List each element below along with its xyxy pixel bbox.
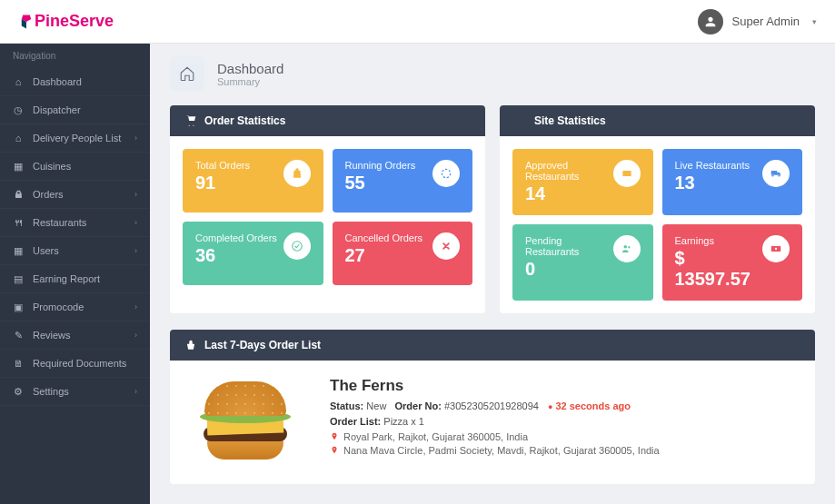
page-title: Dashboard (217, 61, 283, 76)
sidebar-item-earning-report[interactable]: ▤Earning Report (0, 265, 150, 293)
sidebar-item-delivery-people[interactable]: ⌂Delivery People List› (0, 124, 150, 153)
dispatcher-icon: ◷ (13, 104, 24, 115)
order-statistics-panel: Order Statistics Total Orders91 Running … (170, 105, 485, 313)
chevron-right-icon: › (134, 218, 137, 227)
check-icon (283, 232, 311, 260)
nav-label: Cuisines (33, 161, 71, 172)
panel-header: Last 7-Days Order List (170, 330, 815, 361)
sidebar-item-reviews[interactable]: ✎Reviews› (0, 321, 150, 350)
sidebar-item-dashboard[interactable]: ⌂Dashboard (0, 68, 150, 96)
delivery-icon: ⌂ (13, 133, 24, 143)
cart-icon (184, 114, 197, 127)
site-statistics-panel: Site Statistics Approved Restaurants14 L… (500, 105, 815, 313)
panel-title: Last 7-Days Order List (204, 339, 321, 351)
page-subtitle: Summary (217, 76, 283, 87)
nav-label: Required Documents (33, 358, 126, 369)
sidebar-item-documents[interactable]: 🗎︎Required Documents (0, 350, 150, 378)
nav-label: Earning Report (33, 273, 100, 284)
stat-label: Approved Restaurants (525, 160, 613, 182)
stat-pending-restaurants[interactable]: Pending Restaurants0 (512, 224, 653, 301)
sidebar-item-dispatcher[interactable]: ◷Dispatcher (0, 96, 150, 124)
cuisines-icon: ▦ (13, 161, 24, 172)
stat-earnings[interactable]: Earnings$ 13597.57 (662, 224, 803, 301)
documents-icon: 🗎︎ (13, 358, 24, 369)
stat-approved-restaurants[interactable]: Approved Restaurants14 (512, 149, 653, 215)
main-content: Dashboard Summary Order Statistics Total… (150, 44, 835, 504)
nav-label: Users (33, 245, 59, 256)
svg-point-0 (442, 169, 450, 177)
chart-icon (514, 114, 527, 127)
basket-icon (184, 339, 197, 351)
sidebar-item-cuisines[interactable]: ▦Cuisines (0, 153, 150, 181)
stat-completed-orders[interactable]: Completed Orders36 (183, 222, 323, 285)
chevron-right-icon: › (134, 190, 137, 199)
stat-label: Live Restaurants (675, 160, 751, 171)
order-meta-line2: Order List: Pizza x 1 (330, 416, 660, 427)
svg-point-3 (623, 245, 627, 249)
panel-header: Site Statistics (500, 105, 815, 136)
stat-value: 27 (345, 245, 423, 266)
stat-value: 0 (525, 259, 613, 280)
stat-label: Earnings (675, 235, 763, 246)
stat-cancelled-orders[interactable]: Cancelled Orders27 (333, 222, 473, 285)
nav-label: Dispatcher (33, 104, 81, 115)
stat-label: Pending Restaurants (525, 235, 613, 257)
sidebar-item-restaurants[interactable]: 🍴︎Restaurants› (0, 209, 150, 237)
logo-icon (18, 14, 35, 30)
orders-icon: 🔒︎ (13, 189, 24, 200)
nav-section-title: Navigation (0, 44, 150, 68)
page-header: Dashboard Summary (170, 56, 815, 91)
nav-label: Delivery People List (33, 133, 121, 143)
chevron-right-icon: › (134, 246, 137, 255)
sidebar: Navigation ⌂Dashboard ◷Dispatcher ⌂Deliv… (0, 44, 150, 504)
delivery-address: Nana Mava Circle, Padmi Society, Mavdi, … (330, 445, 660, 456)
sidebar-item-settings[interactable]: ⚙︎Settings› (0, 378, 150, 406)
svg-point-4 (628, 246, 630, 248)
chevron-right-icon: › (134, 387, 137, 396)
logo-text-2: Serve (69, 12, 114, 30)
recent-orders-panel: Last 7-Days Order List The Ferns Status:… (170, 330, 815, 484)
people-icon (613, 235, 641, 262)
close-icon (432, 232, 460, 260)
stat-value: $ 13597.57 (675, 248, 763, 290)
sidebar-item-promocode[interactable]: ▣Promocode› (0, 293, 150, 321)
report-icon: ▤ (13, 273, 24, 284)
money-icon (762, 235, 790, 262)
logo[interactable]: PineServe (18, 12, 114, 31)
svg-point-1 (292, 242, 302, 252)
home-icon (170, 56, 204, 91)
chevron-down-icon: ▾ (812, 17, 817, 26)
stat-value: 13 (675, 173, 751, 193)
panel-title: Site Statistics (534, 114, 606, 127)
stat-label: Total Orders (195, 160, 250, 171)
nav-label: Settings (33, 386, 69, 397)
truck-icon (762, 160, 790, 187)
card-icon (613, 160, 641, 187)
nav-label: Dashboard (33, 76, 82, 87)
stat-total-orders[interactable]: Total Orders91 (183, 149, 323, 212)
restaurants-icon: 🍴︎ (13, 217, 24, 228)
order-row[interactable]: The Ferns Status: New Order No: #3052305… (170, 361, 815, 484)
sidebar-item-users[interactable]: ▦Users› (0, 237, 150, 265)
stat-live-restaurants[interactable]: Live Restaurants13 (662, 149, 803, 215)
order-meta-line1: Status: New Order No: #3052305201928094●… (330, 400, 660, 411)
nav-label: Orders (33, 189, 64, 200)
app-header: PineServe Super Admin ▾ (0, 0, 835, 44)
pin-icon (330, 446, 339, 455)
chevron-right-icon: › (134, 331, 137, 340)
stat-value: 14 (525, 183, 613, 204)
user-name: Super Admin (732, 15, 800, 28)
stat-running-orders[interactable]: Running Orders55 (333, 149, 473, 212)
chevron-right-icon: › (134, 133, 137, 143)
stat-value: 91 (195, 173, 250, 193)
pickup-address: Royal Park, Rajkot, Gujarat 360005, Indi… (330, 431, 660, 442)
user-menu[interactable]: Super Admin ▾ (698, 9, 817, 35)
restaurant-name: The Ferns (330, 377, 660, 395)
pin-icon (330, 432, 339, 441)
stat-label: Cancelled Orders (345, 232, 423, 243)
avatar-icon (698, 9, 723, 35)
stat-value: 36 (195, 245, 277, 266)
svg-point-6 (775, 248, 777, 250)
sidebar-item-orders[interactable]: 🔒︎Orders› (0, 181, 150, 209)
order-image (186, 377, 304, 468)
